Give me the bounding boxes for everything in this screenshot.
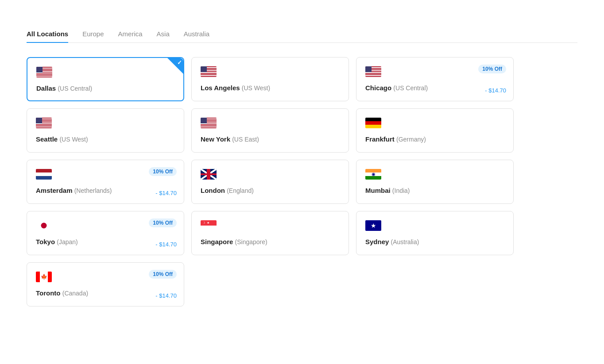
city-name: Dallas — [36, 84, 56, 92]
location-card-singapore[interactable]: Singapore (Singapore) — [191, 211, 349, 255]
card-title: Singapore (Singapore) — [201, 238, 340, 245]
city-name: Seattle — [36, 135, 58, 143]
main-content: Dallas (US Central) Los Angeles (US West… — [27, 57, 577, 307]
discount-badge: 10% Off — [149, 218, 177, 227]
flag-jp — [36, 220, 52, 231]
discount-price: - $14.70 — [155, 292, 177, 299]
location-card-dallas[interactable]: Dallas (US Central) — [27, 57, 184, 101]
flag-in — [365, 169, 381, 180]
card-title: Toronto (Canada) — [36, 289, 175, 297]
flag-gb — [201, 169, 217, 180]
server-grid: Dallas (US Central) Los Angeles (US West… — [27, 57, 514, 307]
tab-australia[interactable]: Australia — [184, 30, 209, 43]
flag-us — [365, 66, 381, 77]
tab-europe[interactable]: Europe — [82, 30, 104, 43]
discount-price: - $14.70 — [485, 87, 506, 94]
flag-us — [201, 118, 217, 128]
region-name: (US West) — [59, 136, 88, 143]
city-name: New York — [201, 135, 230, 143]
flag-us — [201, 66, 217, 77]
tab-asia[interactable]: Asia — [157, 30, 170, 43]
city-name: Sydney — [365, 238, 389, 245]
region-name: (Japan) — [57, 238, 77, 245]
region-name: (US Central) — [393, 84, 428, 92]
card-title: Seattle (US West) — [36, 135, 175, 143]
tab-america[interactable]: America — [118, 30, 143, 43]
region-name: (Singapore) — [235, 238, 267, 245]
card-title: Los Angeles (US West) — [201, 84, 340, 92]
location-card-new-york[interactable]: New York (US East) — [191, 108, 349, 153]
city-name: Tokyo — [36, 238, 55, 245]
region-name: (Netherlands) — [74, 187, 112, 194]
region-name: (India) — [392, 187, 410, 194]
location-card-los-angeles[interactable]: Los Angeles (US West) — [191, 57, 349, 101]
flag-sg — [201, 220, 217, 231]
region-name: (Germany) — [396, 136, 426, 143]
location-card-mumbai[interactable]: Mumbai (India) — [356, 160, 514, 204]
city-name: Mumbai — [365, 187, 391, 194]
city-name: Frankfurt — [365, 135, 395, 143]
discount-price: - $14.70 — [155, 190, 177, 196]
location-card-seattle[interactable]: Seattle (US West) — [27, 108, 184, 153]
card-title: Chicago (US Central) — [365, 84, 504, 92]
card-title: New York (US East) — [201, 135, 340, 143]
flag-us — [36, 67, 52, 77]
flag-nl — [36, 169, 52, 180]
tab-all[interactable]: All Locations — [27, 30, 68, 43]
card-title: Frankfurt (Germany) — [365, 135, 504, 143]
card-title: London (England) — [201, 187, 340, 194]
discount-badge: 10% Off — [149, 167, 177, 176]
flag-de — [365, 118, 381, 128]
location-card-tokyo[interactable]: 10% Off Tokyo (Japan) - $14.70 — [27, 211, 184, 255]
card-title: Sydney (Australia) — [365, 238, 504, 245]
region-name: (England) — [227, 187, 254, 194]
location-card-chicago[interactable]: 10% Off Chicago (US Central) - $14.70 — [356, 57, 514, 101]
region-name: (US Central) — [58, 85, 92, 92]
flag-au — [365, 220, 381, 231]
region-name: (Canada) — [62, 290, 88, 297]
location-card-frankfurt[interactable]: Frankfurt (Germany) — [356, 108, 514, 153]
location-card-toronto[interactable]: 10% Off Toronto (Canada) - $14.70 — [27, 262, 184, 307]
card-title: Mumbai (India) — [365, 187, 504, 194]
region-name: (Australia) — [391, 238, 419, 245]
card-title: Tokyo (Japan) — [36, 238, 175, 245]
city-name: Toronto — [36, 289, 61, 297]
city-name: Chicago — [365, 84, 391, 92]
discount-price: - $14.70 — [155, 241, 177, 248]
city-name: Singapore — [201, 238, 233, 245]
discount-badge: 10% Off — [149, 270, 177, 279]
city-name: Los Angeles — [201, 84, 240, 92]
region-name: (US West) — [242, 84, 270, 92]
city-name: Amsterdam — [36, 187, 73, 194]
flag-us — [36, 118, 52, 128]
location-card-london[interactable]: London (England) — [191, 160, 349, 204]
city-name: London — [201, 187, 225, 194]
card-title: Dallas (US Central) — [36, 84, 174, 92]
card-title: Amsterdam (Netherlands) — [36, 187, 175, 194]
region-name: (US East) — [232, 136, 259, 143]
location-card-amsterdam[interactable]: 10% Off Amsterdam (Netherlands) - $14.70 — [27, 160, 184, 204]
flag-ca — [36, 272, 52, 282]
location-card-sydney[interactable]: Sydney (Australia) — [356, 211, 514, 255]
location-tabs: All LocationsEuropeAmericaAsiaAustralia — [27, 30, 577, 43]
discount-badge: 10% Off — [478, 65, 506, 73]
